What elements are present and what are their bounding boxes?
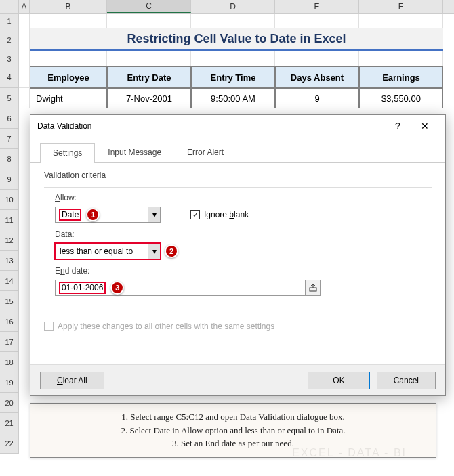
data-select[interactable]: less than or equal to ▾: [55, 243, 161, 259]
th-entrydate: Entry Date: [107, 66, 191, 88]
ignore-blank-checkbox[interactable]: ✓ Ignore blank: [190, 210, 249, 219]
dialog-footer: Clear All OK Cancel: [30, 364, 445, 395]
dialog-body: Validation criteria Allow: Date 1 ▾ ✓ Ig…: [30, 163, 445, 339]
row-header-15[interactable]: 15: [0, 291, 19, 311]
data-value: less than or equal to: [60, 246, 133, 256]
allow-select[interactable]: Date 1 ▾: [55, 207, 161, 223]
instruction-line-2: 2. Select Date in Allow option and less …: [40, 424, 426, 437]
col-header-d[interactable]: D: [191, 0, 275, 13]
clear-all-button[interactable]: Clear All: [40, 372, 104, 389]
th-employee: Employee: [30, 66, 107, 88]
apply-all-checkbox: Apply these changes to all other cells w…: [44, 322, 432, 331]
col-header-c[interactable]: C: [107, 0, 191, 13]
col-header-b[interactable]: B: [30, 0, 107, 13]
row-header-21[interactable]: 21: [0, 413, 19, 433]
row-header-9[interactable]: 9: [0, 169, 19, 190]
checkbox-unchecked-icon: [44, 322, 54, 331]
end-date-input[interactable]: 01-01-2006 3: [55, 280, 306, 296]
validation-criteria-label: Validation criteria: [44, 171, 432, 180]
column-headers: A B C D E F: [0, 0, 454, 14]
grid[interactable]: Restricting Cell Value to Date in Excel …: [19, 14, 454, 108]
range-picker-icon[interactable]: [306, 280, 321, 296]
tab-error-alert[interactable]: Error Alert: [174, 142, 236, 162]
tab-settings[interactable]: Settings: [40, 143, 95, 163]
page-title: Restricting Cell Value to Date in Excel: [30, 28, 443, 51]
dialog-tabs: Settings Input Message Error Alert: [30, 137, 445, 163]
end-date-label: End date:: [55, 266, 432, 276]
row-header-1[interactable]: 1: [0, 14, 19, 28]
row-header-12[interactable]: 12: [0, 230, 19, 251]
row-header-11[interactable]: 11: [0, 210, 19, 230]
watermark: EXCEL - DATA - BI: [292, 447, 407, 459]
col-header-e[interactable]: E: [275, 0, 359, 13]
td-employee[interactable]: Dwight: [30, 88, 107, 108]
select-all-corner[interactable]: [0, 0, 19, 13]
row-header-10[interactable]: 10: [0, 190, 19, 210]
row-header-3[interactable]: 3: [0, 51, 19, 66]
end-date-value: 01-01-2006: [60, 282, 105, 293]
col-header-f[interactable]: F: [359, 0, 443, 13]
row-header-16[interactable]: 16: [0, 311, 19, 332]
row-header-2[interactable]: 2: [0, 28, 19, 51]
row-header-14[interactable]: 14: [0, 271, 19, 291]
row-header-22[interactable]: 22: [0, 433, 19, 454]
row-header-20[interactable]: 20: [0, 393, 19, 413]
td-entrytime[interactable]: 9:50:00 AM: [191, 88, 275, 108]
data-label: Data:: [55, 230, 432, 239]
help-button[interactable]: ?: [384, 116, 411, 135]
callout-2: 2: [165, 244, 178, 258]
row-header-7[interactable]: 7: [0, 129, 19, 149]
th-absent: Days Absent: [275, 66, 359, 88]
checkbox-checked-icon: ✓: [190, 210, 200, 219]
th-entrytime: Entry Time: [191, 66, 275, 88]
dialog-titlebar[interactable]: Data Validation ? ✕: [30, 115, 445, 137]
data-validation-dialog: Data Validation ? ✕ Settings Input Messa…: [30, 114, 446, 396]
th-earnings: Earnings: [359, 66, 443, 88]
row-header-13[interactable]: 13: [0, 251, 19, 271]
allow-label: Allow:: [55, 193, 432, 202]
tab-input-message[interactable]: Input Message: [95, 142, 174, 162]
col-header-a[interactable]: A: [19, 0, 30, 13]
row-headers: 1 2 3 4 5 6 7 8 9 10 11 12 13 14 15 16 1…: [0, 14, 19, 454]
apply-all-label: Apply these changes to all other cells w…: [58, 322, 274, 331]
row-header-17[interactable]: 17: [0, 332, 19, 352]
dialog-title: Data Validation: [37, 121, 384, 131]
td-entrydate[interactable]: 7-Nov-2001: [107, 88, 191, 108]
ok-button[interactable]: OK: [308, 372, 369, 389]
row-header-6[interactable]: 6: [0, 108, 19, 129]
row-header-4[interactable]: 4: [0, 66, 19, 88]
cancel-button[interactable]: Cancel: [377, 372, 436, 389]
row-header-19[interactable]: 19: [0, 372, 19, 393]
chevron-down-icon[interactable]: ▾: [148, 244, 160, 259]
chevron-down-icon[interactable]: ▾: [148, 207, 160, 222]
row-header-18[interactable]: 18: [0, 352, 19, 372]
td-earnings[interactable]: $3,550.00: [359, 88, 443, 108]
callout-3: 3: [110, 281, 124, 295]
svg-rect-0: [310, 288, 316, 291]
allow-value: Date: [60, 209, 81, 220]
row-header-8[interactable]: 8: [0, 149, 19, 169]
ignore-blank-label: Ignore blank: [204, 210, 249, 219]
spreadsheet: A B C D E F 1 2 3 4 5 6 7 8 9 10 11 12 1…: [0, 0, 454, 14]
instruction-line-1: 1. Select range C5:C12 and open Data Val…: [40, 410, 426, 424]
td-absent[interactable]: 9: [275, 88, 359, 108]
close-button[interactable]: ✕: [411, 116, 438, 135]
row-header-5[interactable]: 5: [0, 88, 19, 108]
callout-1: 1: [86, 208, 100, 221]
